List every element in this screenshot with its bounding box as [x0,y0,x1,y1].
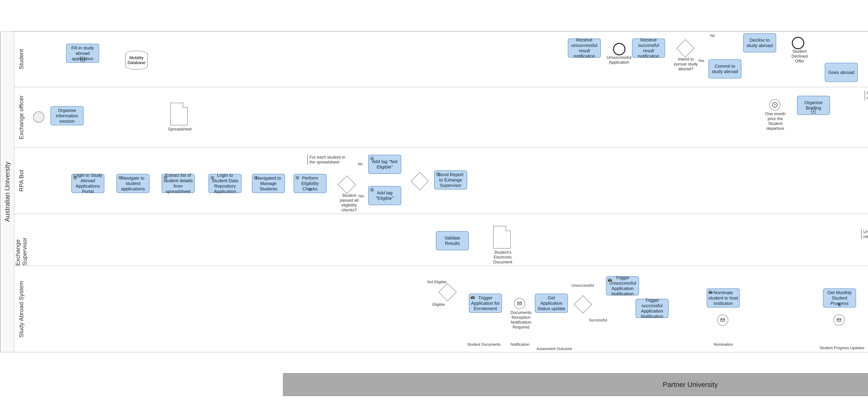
msg-assesment: Assesment Outcome [536,347,572,351]
task-label: Recieve successful result notification [633,37,664,59]
task-label: Organise information session [52,108,82,124]
end-event-unsuccessful [613,43,625,55]
svg-point-13 [437,174,439,175]
dataobj-student-doc-label: Student's Electronic Document [486,250,519,264]
lane-label-text: Exchange officer [18,95,25,139]
service-task-icon [118,175,123,180]
msg-student-docs: Student Documents [467,342,501,347]
svg-point-6 [119,177,121,179]
pool-partner-university: Partner University [283,373,868,396]
task-label: Get Application Status update [536,295,566,311]
clock-icon [772,102,778,108]
gateway-eligible-split [438,283,457,302]
flow-label-successful: Successful [589,318,607,322]
start-event [33,112,44,123]
task-label: Recieve unsuccessful result notification [569,37,599,59]
task-trigger-successful: Trigger successful Application Notificat… [636,299,669,318]
loop-marker-icon: ↻ [838,302,841,306]
annotation-until-returned-officer: Until student returned [865,91,868,100]
task-label: Trigger successful Application Notificat… [637,297,667,319]
datastore-label: Mobility Database [127,55,146,65]
message-icon [720,317,725,323]
task-receive-unsuccessful: Recieve unsuccessful result notification [568,38,601,58]
task-login-portal: Login to Study Abroad Applications Porta… [71,174,104,193]
task-goes-abroad: Goes abroad [825,63,858,82]
gateway-merge-eligibility [411,172,429,190]
task-validate-results: Validate Results [436,231,469,250]
task-trigger-unsuccessful: Trigger Unsuccessful Application Notific… [606,276,639,295]
lane-label-text: Study Abroad System [18,281,25,338]
dataobj-spreadsheet-label: Spreadsheet [166,127,194,131]
task-login-student-data: Login to Student Data Repository Applica… [209,174,242,193]
task-label: Goes abroad [828,70,854,75]
task-tag-not-eligible: Add tag "Not Eligible" [368,155,401,174]
end-label-declined: Student Declined Offer [786,49,813,64]
task-get-status: Get Application Status update [535,294,568,313]
event-docs-label: Documents Reception Notification Require… [504,310,538,329]
svg-point-9 [255,177,256,179]
gateway-status [574,295,592,314]
message-icon [836,317,842,323]
svg-point-11 [371,158,373,159]
flow-label-unsuccessful: Unsuccessful [571,283,594,288]
service-task-icon [163,175,168,180]
lane-rpa-bot: RPA Bot [14,148,28,214]
gateway-intend [676,39,694,58]
task-navigate-manage: Navigated to Manage Students [252,174,285,193]
service-task-icon [370,156,374,161]
msg-progress: Student Progress Updates [819,346,864,350]
annotation-until-returned-supervisor: Until student returned [861,229,868,239]
timer-event-one-month [769,99,780,111]
event-progress-in [833,314,844,325]
service-task-icon [73,175,78,180]
dataobj-spreadsheet [170,103,188,125]
task-label: Validate Results [437,235,467,246]
svg-point-10 [297,177,298,179]
dataobj-student-doc [493,226,510,249]
flow-label-eligible: Eligible [432,302,445,307]
task-commit: Commit to study abroad [709,59,741,79]
task-fill-in-application: Fill in study abroad application + [66,44,99,63]
task-eligibility: Perform Eligibility Checks ||| [293,174,327,193]
flow-label-no: No [710,33,715,38]
flow-label-yes: Yes [698,59,704,63]
task-tag-eligible: Add tag "Eligible" [368,186,401,205]
task-nominate: Nominate student to host institution [707,288,740,308]
lane-label-text: Exchange Supervisor [14,214,28,266]
end-label-unsuccessful: Unsuccessful Application [604,55,634,65]
lane-sas: Study Abroad System [14,266,28,352]
service-task-icon [253,175,258,180]
service-task-icon [370,187,374,192]
lane-label-text: RPA Bot [18,170,25,192]
task-trigger-enrolment: Trigger Application for Enrolement [469,294,502,313]
pool-label: Australian University [0,31,14,352]
flow-label-yes-elig: Yes [358,194,364,198]
task-extract-list: Extract list of student details from spr… [162,174,195,193]
flow-label-not-eligible: Not Eligible [427,280,446,284]
subprocess-marker-icon: + [811,109,816,114]
task-monthly-progress: Get Monthly Student Progress ↻ [823,288,856,308]
service-task-icon [295,175,300,180]
svg-point-5 [74,177,76,179]
task-organise-briefing: Organise Briefing + [797,96,830,115]
annotation-loop: For each student in the spreadsheet [307,155,349,164]
timer-label: One month prior the Student departure [761,112,790,131]
datastore-mobility: Mobility Database [125,51,148,70]
task-organise-info: Organise information session [51,106,84,125]
lane-exchange-supervisor: Exchange Supervisor [14,214,28,266]
svg-point-12 [371,189,373,191]
message-icon [517,301,522,306]
event-docs-received [514,298,525,309]
task-send-report: Send Report to Exhange Supervisor [434,170,467,189]
task-navigate-apps: Navigate to student applications [117,174,150,193]
send-task-icon [470,295,475,300]
send-task-icon [608,278,612,283]
pool-label-text: Australian University [4,162,11,222]
gateway-eligibility [338,176,356,194]
service-task-icon [210,175,215,180]
send-task-icon [708,290,713,295]
task-decline: Decline to study abroad [743,33,776,53]
task-label: Decline to study abroad [745,37,775,48]
lane-student: Student [14,32,28,87]
svg-point-8 [212,177,213,179]
